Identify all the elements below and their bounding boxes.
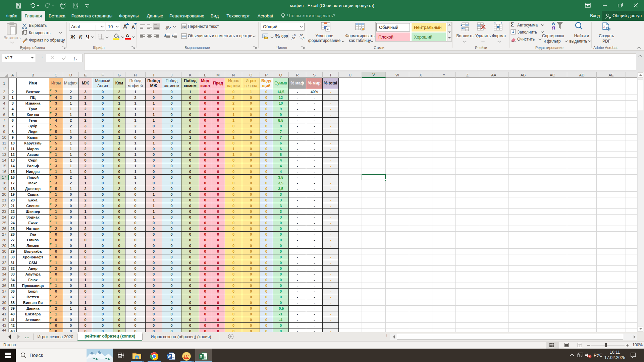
svg-text:X: X	[200, 354, 203, 358]
svg-text:x: x	[75, 58, 77, 61]
svg-text:1С: 1С	[183, 354, 189, 359]
svg-text:ab: ab	[164, 24, 170, 30]
svg-text:W: W	[167, 354, 171, 358]
svg-text:λ: λ	[603, 25, 605, 28]
svg-text:,00: ,00	[291, 37, 295, 40]
svg-text:≠: ≠	[327, 27, 329, 31]
